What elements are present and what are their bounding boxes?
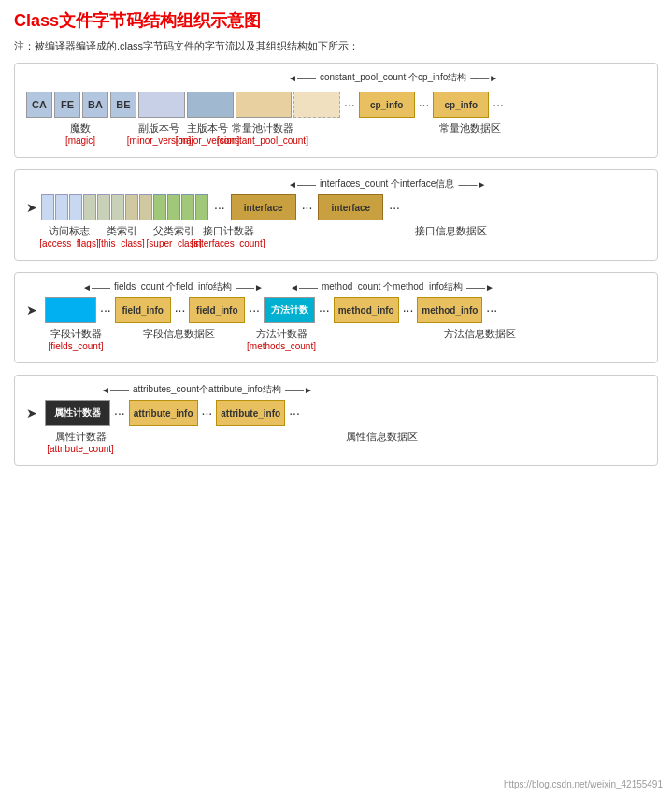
- dots11: ···: [403, 303, 414, 318]
- label-magic-cn: 魔数: [70, 121, 91, 135]
- dots3: ···: [493, 97, 504, 112]
- label-magic-en: [magic]: [65, 135, 95, 146]
- label-access-cn: 访问标志: [49, 224, 90, 238]
- dots1: ···: [344, 97, 355, 112]
- ptr-arrow-2: ➤: [26, 200, 37, 215]
- dots13: ···: [114, 405, 125, 420]
- label-fields-area-cn: 字段信息数据区: [143, 327, 215, 341]
- ptr-arrow-3: ➤: [26, 303, 37, 318]
- label-fields-count-en: [fields_count]: [49, 341, 104, 351]
- block-cp-info-2: cp_info: [433, 92, 489, 118]
- block-tiny-10: [167, 194, 180, 220]
- dots2: ···: [419, 97, 430, 112]
- label-this-en: [this_class]: [98, 238, 144, 248]
- section4-block-row: ➤ 属性计数器 ··· attribute_info ··· attribute…: [26, 400, 646, 426]
- block-tiny-6: [111, 194, 124, 220]
- ptr-arrow-4: ➤: [26, 405, 37, 420]
- block-tiny-11: [181, 194, 194, 220]
- block-fe: FE: [54, 92, 80, 118]
- section1: ◄—— constant_pool_count 个cp_info结构 ——► C…: [14, 63, 658, 158]
- dots4: ···: [214, 200, 225, 215]
- block-iface-info-2: interface: [318, 194, 383, 220]
- section3-labels: 字段计数器 [fields_count] 字段信息数据区 方法计数器 [meth…: [43, 327, 646, 351]
- block-ca: CA: [26, 92, 52, 118]
- dots15: ···: [289, 405, 300, 420]
- block-iface-info-1: interface: [231, 194, 296, 220]
- block-methods-count: 方法计数: [264, 297, 315, 323]
- label-attrs-count-en: [attribute_count]: [47, 444, 114, 454]
- label-pool-count-en: [constant_pool_count]: [217, 135, 308, 146]
- block-ba: BA: [82, 92, 108, 118]
- block-pool-count: [236, 92, 292, 118]
- label-pool-count-cn: 常量池计数器: [232, 121, 293, 135]
- block-pool-area: [293, 92, 340, 118]
- section3-block-row: ➤ ··· field_info ··· field_info ··· 方法计数…: [26, 297, 646, 323]
- block-tiny-9: [153, 194, 166, 220]
- section2-labels: 访问标志 [access_flags] 类索引 [this_class] 父类索…: [43, 224, 646, 248]
- block-tiny-12: [195, 194, 208, 220]
- section3-arrow1: fields_count 个field_info结构: [110, 280, 236, 293]
- label-major-cn: 主版本号: [187, 121, 228, 135]
- block-cp-info-1: cp_info: [359, 92, 415, 118]
- block-attr-info-1: attribute_info: [129, 400, 198, 426]
- block-field-info-1: field_info: [115, 297, 171, 323]
- block-method-info-2: method_info: [417, 297, 482, 323]
- block-tiny-2: [55, 194, 68, 220]
- dots7: ···: [100, 303, 111, 318]
- section2: ◄—— interfaces_count 个interface信息 ——► ➤ …: [14, 169, 658, 261]
- dots9: ···: [249, 303, 260, 318]
- section3-arrows: ◄—— fields_count 个field_info结构 ——► ◄—— m…: [26, 280, 646, 293]
- label-pool-area-cn: 常量池数据区: [439, 121, 501, 135]
- label-attrs-count-cn: 属性计数器: [55, 430, 107, 444]
- block-field-info-2: field_info: [189, 297, 245, 323]
- block-attr-info-2: attribute_info: [216, 400, 285, 426]
- section3: ◄—— fields_count 个field_info结构 ——► ◄—— m…: [14, 272, 658, 363]
- label-methods-area-cn: 方法信息数据区: [444, 327, 516, 341]
- dots12: ···: [486, 303, 497, 318]
- block-attrs-count: 属性计数器: [45, 400, 110, 426]
- label-fields-count-cn: 字段计数器: [50, 327, 102, 341]
- block-tiny-4: [83, 194, 96, 220]
- label-this-cn: 类索引: [107, 224, 137, 238]
- dots14: ···: [202, 405, 213, 420]
- label-methods-count-en: [methods_count]: [247, 341, 316, 351]
- section1-labels: 魔数 [magic] 副版本号 [minor_version] 主版本号 [ma…: [26, 121, 646, 146]
- dots6: ···: [389, 200, 400, 215]
- block-method-info-1: method_info: [334, 297, 399, 323]
- section2-arrow-label: interfaces_count 个interface信息: [316, 177, 459, 191]
- section1-arrow-label: constant_pool_count 个cp_info结构: [316, 71, 470, 84]
- label-minor-cn: 副版本号: [138, 121, 179, 135]
- note-text: 注：被编译器编译成的.class字节码文件的字节流以及其组织结构如下所示：: [14, 39, 658, 53]
- block-tiny-8: [139, 194, 152, 220]
- block-major: [187, 92, 234, 118]
- label-methods-count-cn: 方法计数器: [256, 327, 307, 341]
- label-attrs-area-cn: 属性信息数据区: [346, 430, 418, 444]
- label-iface-count-cn: 接口计数器: [203, 224, 254, 238]
- label-iface-count-en: [interfaces_count]: [192, 238, 265, 248]
- block-fields-count: [45, 297, 96, 323]
- section2-block-row: ➤ ··· interface ··· interface ···: [26, 194, 646, 220]
- section4-labels: 属性计数器 [attribute_count] 属性信息数据区: [43, 430, 646, 454]
- label-super-cn: 父类索引: [153, 224, 194, 238]
- block-minor: [138, 92, 185, 118]
- section1-block-row: CA FE BA BE ··· cp_info ··· cp_info ···: [26, 92, 646, 118]
- block-tiny-7: [125, 194, 138, 220]
- block-be: BE: [110, 92, 136, 118]
- block-tiny-1: [41, 194, 54, 220]
- label-access-en: [access_flags]: [39, 238, 98, 248]
- section3-arrow2: method_count 个method_info结构: [318, 280, 466, 293]
- dots8: ···: [175, 303, 186, 318]
- label-iface-area-cn: 接口信息数据区: [415, 224, 487, 238]
- section4-arrow: attributes_count个attribute_info结构: [129, 383, 285, 396]
- page-title: Class文件字节码结构组织示意图: [14, 9, 658, 32]
- block-tiny-3: [69, 194, 82, 220]
- dots5: ···: [302, 200, 313, 215]
- block-tiny-5: [97, 194, 110, 220]
- section4: ◄—— attributes_count个attribute_info结构 ——…: [14, 375, 658, 466]
- dots10: ···: [319, 303, 330, 318]
- watermark-text: https://blog.csdn.net/weixin_42155491: [504, 779, 663, 789]
